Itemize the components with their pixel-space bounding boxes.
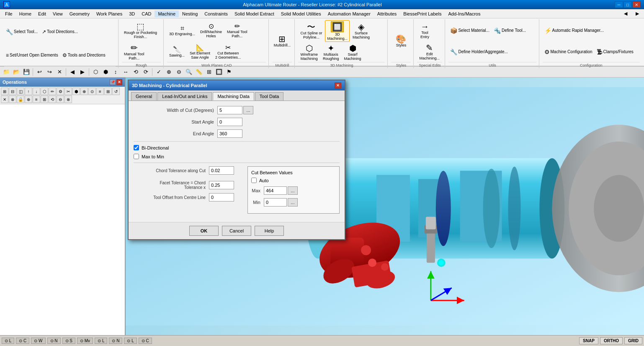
minimize-button[interactable]: ─ <box>615 1 623 8</box>
ribbon-btn-cut-spline[interactable]: 〜 Cut Spline orPolyline... <box>298 21 324 41</box>
status-l[interactable]: ⊙ L <box>2 338 14 344</box>
tb-rotate2[interactable]: ⟳ <box>141 68 150 76</box>
menu-file[interactable]: File <box>2 10 16 17</box>
tb-cancel[interactable]: ✕ <box>55 68 64 76</box>
status-n2[interactable]: ⊙ N <box>109 338 122 344</box>
ribbon-btn-multidrill[interactable]: ⊞ Multidrill... <box>272 34 293 49</box>
status-l3[interactable]: ⊙ L <box>124 338 137 344</box>
tb-open[interactable]: 📂 <box>12 68 21 76</box>
ops-btn-mesh[interactable]: ⬢ <box>72 88 80 95</box>
max-browse[interactable]: … <box>288 186 298 195</box>
ops-btn-lines[interactable]: ≡ <box>33 96 40 103</box>
dialog-tab-general[interactable]: General <box>131 92 157 101</box>
max-to-min-checkbox[interactable] <box>134 154 139 159</box>
ops-btn-sq[interactable]: ⊞ <box>41 96 48 103</box>
ops-btn-up[interactable]: ↑ <box>25 88 32 95</box>
tb-check[interactable]: ✓ <box>154 68 163 76</box>
start-angle-input[interactable] <box>217 118 242 126</box>
ops-btn-grid2[interactable]: ⊞ <box>104 88 112 95</box>
ops-btn-cancel[interactable]: ✕ <box>1 96 8 103</box>
ok-button[interactable]: OK <box>189 226 219 236</box>
max-input[interactable] <box>264 186 287 195</box>
menu-geometry[interactable]: Geometry <box>66 10 93 17</box>
status-s[interactable]: ⊙ S <box>62 338 75 344</box>
tb-redo[interactable]: ↪ <box>45 68 54 76</box>
dialog-tab-tool[interactable]: Tool Data <box>255 92 283 101</box>
tb-pan[interactable]: ⊞ <box>204 68 214 76</box>
tb-snap[interactable]: ⬢ <box>101 68 110 76</box>
dialog-close-button[interactable]: ✕ <box>335 83 341 88</box>
ribbon-btn-tool-directions[interactable]: ↗ Tool Directions... <box>40 28 80 36</box>
ribbon-btn-3d-mach[interactable]: 🔲 3DMachining... <box>325 20 350 42</box>
viewport[interactable]: 3D Machining - Cylindrical Parallel ✕ Ge… <box>126 77 644 335</box>
menu-solid-utils[interactable]: Solid Model Utilities <box>278 10 325 17</box>
menu-nesting[interactable]: Nesting <box>179 10 201 17</box>
ribbon-btn-rough-pocket[interactable]: ⬚ Rough or PocketingFinish... <box>122 21 159 40</box>
ribbon-btn-tools-dirs[interactable]: ⚙ Tools and Directions <box>61 52 107 59</box>
ops-btn-down[interactable]: ↓ <box>33 88 40 95</box>
ribbon-btn-manual-tool[interactable]: ✏ Manual ToolPath... <box>122 42 146 62</box>
width-of-cut-browse[interactable]: … <box>243 106 253 114</box>
ribbon-btn-swarf[interactable]: ⬢ SwarfMachining <box>342 43 363 62</box>
ops-btn-new[interactable]: ⊞ <box>1 88 8 95</box>
ribbon-btn-surface[interactable]: ◈ SurfaceMachining <box>350 21 372 41</box>
snap-button[interactable]: SNAP <box>579 337 598 344</box>
dialog-tab-machining[interactable]: Machining Data <box>213 92 254 101</box>
ribbon-btn-tool-entry[interactable]: → ToolEntry <box>417 21 432 40</box>
tb-save[interactable]: 💾 <box>22 68 31 76</box>
status-n[interactable]: ⊙ N <box>47 338 61 344</box>
menu-constraints[interactable]: Constraints <box>201 10 231 17</box>
status-c2[interactable]: ⊙ C <box>139 338 152 344</box>
menu-machine[interactable]: Machine <box>155 10 179 17</box>
ribbon-btn-sawing[interactable]: 🔪 Sawing... <box>167 45 187 59</box>
menu-cad[interactable]: CAD <box>138 10 155 17</box>
cancel-button[interactable]: Cancel <box>222 226 251 236</box>
operations-pin[interactable]: 📌 <box>110 79 116 85</box>
ribbon-btn-machine-config[interactable]: ⚙ Machine Configuration <box>543 48 594 56</box>
status-mv[interactable]: ⊙ Mv <box>77 338 93 344</box>
tool-offset-input[interactable] <box>209 193 234 201</box>
ribbon-btn-select-tool[interactable]: 🔧 Select Tool... <box>4 28 39 36</box>
ribbon-btn-styles[interactable]: 🎨 Styles <box>394 34 409 49</box>
tb-zoom[interactable]: 🔲 <box>214 68 224 76</box>
grid-button[interactable]: GRID <box>624 337 642 344</box>
ops-btn-del[interactable]: ⊟ <box>9 88 16 95</box>
auto-checkbox[interactable] <box>251 178 257 183</box>
menu-addins[interactable]: Add-Ins/Macros <box>445 10 484 17</box>
tb-grid[interactable]: ⬡ <box>91 68 100 76</box>
ribbon-btn-set-unset[interactable]: ≡ Set/Unset Open Elements <box>4 52 60 59</box>
menu-home[interactable]: Home <box>16 10 35 17</box>
status-c[interactable]: ⊙ C <box>16 338 29 344</box>
menu-workplanes[interactable]: Work Planes <box>93 10 126 17</box>
dialog-tab-lead-in[interactable]: Lead-In/Out and Links <box>157 92 212 101</box>
ribbon-btn-wireframe[interactable]: ⬡ WireframeMachining <box>298 43 320 62</box>
ribbon-btn-select-material[interactable]: 📦 Select Material... <box>448 26 491 35</box>
ops-btn-rotate[interactable]: ⟲ <box>49 96 56 103</box>
ribbon-btn-define-holder[interactable]: 🔧 Define Holder/Aggregate... <box>448 48 509 56</box>
menu-solid-extract[interactable]: Solid Model Extract <box>231 10 278 17</box>
ops-btn-list[interactable]: ≡ <box>96 88 104 95</box>
tb-flag[interactable]: ⚑ <box>224 68 234 76</box>
tb-prev[interactable]: ◀ <box>68 68 77 76</box>
menu-biesse[interactable]: BiessePrint Labels <box>400 10 445 17</box>
ops-btn-x2[interactable]: ⊗ <box>64 96 72 103</box>
width-of-cut-input[interactable] <box>217 106 242 114</box>
maximize-button[interactable]: □ <box>623 1 632 8</box>
ribbon-btn-drill[interactable]: ⊙ Drill/MachineHoles <box>198 22 224 39</box>
menu-automation[interactable]: Automation Manager <box>325 10 374 17</box>
tb-horiz[interactable]: ↔ <box>121 68 130 76</box>
ops-btn-cut[interactable]: ✂ <box>64 88 72 95</box>
operations-close[interactable]: ✕ <box>116 79 122 85</box>
end-angle-input[interactable] <box>217 129 242 138</box>
min-browse[interactable]: … <box>288 198 298 207</box>
tb-new[interactable]: 📁 <box>2 68 11 76</box>
menu-arrow-right[interactable]: ▶ <box>632 10 642 17</box>
ops-btn-copy[interactable]: ◫ <box>17 88 24 95</box>
ortho-button[interactable]: ORTHO <box>600 337 623 344</box>
ops-btn-undo[interactable]: ↺ <box>112 88 120 95</box>
menu-edit[interactable]: Edit <box>35 10 49 17</box>
tb-add[interactable]: ⊕ <box>164 68 173 76</box>
ops-btn-lock[interactable]: 🔒 <box>17 96 24 103</box>
menu-view[interactable]: View <box>49 10 66 17</box>
ops-btn-gear[interactable]: ⚙ <box>57 88 64 95</box>
